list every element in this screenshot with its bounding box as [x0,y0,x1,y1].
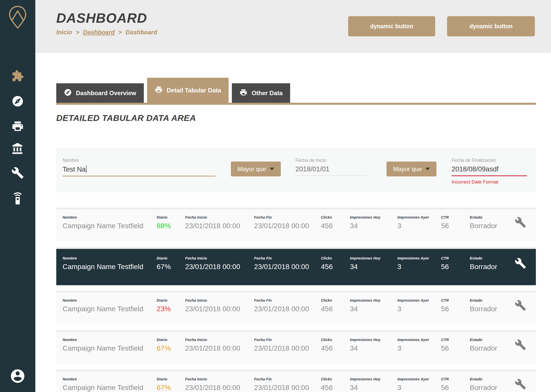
cell-diario: Diario88% [157,215,185,242]
column-label: Diario [157,298,185,302]
row-wrench-icon[interactable] [515,337,536,364]
column-label: Impresiones Ayer [397,256,441,260]
operator-dropdown-1[interactable]: Mayor que [231,162,281,176]
dynamic-button-1[interactable]: dynamic button [348,16,435,36]
cell-clicks: Clicks456 [321,377,350,392]
cell-fecha-inicio: Fecha Inicio23/01/2018 00:00 [185,337,254,364]
column-label: Impresiones Hoy [350,215,397,219]
column-label: Fecha Fin [254,256,321,260]
row-wrench-icon[interactable] [515,298,536,325]
cell-impresiones-hoy: Impresiones Hoy34 [350,215,397,242]
wrench-icon[interactable] [11,167,24,179]
column-label: Fecha Inicio [185,215,254,219]
cell-value: 23/01/2018 00:00 [185,384,254,392]
sidebar [0,0,35,392]
tab-dashboard-overview[interactable]: Dashboard Overview [56,83,144,103]
column-label: Diario [157,215,185,219]
cell-ctr: CTR56 [441,215,470,242]
compass-icon[interactable] [11,95,24,108]
fecha-inicio-input[interactable]: 2018/01/01 [295,165,367,176]
cell-nombre: NombreCampaign Name Testfield [63,377,157,392]
cell-fecha-inicio: Fecha Inicio23/01/2018 00:00 [185,215,254,242]
cell-estado: EstadoBorrador [470,337,515,364]
cell-estado: EstadoBorrador [470,256,515,285]
cell-nombre: NombreCampaign Name Testfield [63,256,157,285]
puzzle-icon[interactable] [11,70,24,82]
cell-diario: Diario67% [157,256,185,285]
cell-fecha-fin: Fecha Fin23/01/2018 00:00 [254,215,321,242]
column-label: Nombre [63,215,157,219]
cell-value: 3 [397,222,441,230]
page-title: DASHBOARD [56,10,157,26]
bank-icon[interactable] [11,142,24,155]
cell-ctr: CTR56 [441,377,470,392]
breadcrumb-item-inicio[interactable]: Inicio [56,29,72,36]
table-row: NombreCampaign Name TestfieldDiario67%Fe… [56,247,536,285]
cell-impresiones-hoy: Impresiones Hoy34 [350,298,397,325]
cell-impresiones-hoy: Impresiones Hoy34 [350,256,397,285]
cell-fecha-inicio: Fecha Inicio23/01/2018 00:00 [185,256,254,285]
cell-estado: EstadoBorrador [470,377,515,392]
cell-ctr: CTR56 [441,298,470,325]
tab-label: Dashboard Overview [76,90,136,97]
cell-estado: EstadoBorrador [470,215,515,242]
cell-value: 56 [441,305,470,313]
cell-clicks: Clicks456 [321,298,350,325]
cell-value: 23/01/2018 00:00 [254,344,321,352]
row-wrench-icon[interactable] [515,256,536,285]
breadcrumb-item-dashboard[interactable]: Dashboard [83,29,115,36]
cell-value: Borrador [470,263,515,271]
operator-dropdown-2[interactable]: Mayor que [387,162,436,176]
cell-fecha-fin: Fecha Fin23/01/2018 00:00 [254,337,321,364]
printer-icon [155,86,163,95]
table-row: NombreCampaign Name TestfieldDiario67%Fe… [56,330,536,364]
column-label: Clicks [321,337,350,342]
column-label: Clicks [321,215,350,219]
tab-other-data[interactable]: Other Data [232,83,290,103]
app-logo-pin-mountain-icon [8,5,27,30]
row-wrench-icon[interactable] [515,377,536,392]
cell-value: 3 [397,384,441,392]
column-label: Fecha Inicio [185,256,254,260]
cell-nombre: NombreCampaign Name Testfield [63,215,157,242]
cell-value: 3 [397,344,441,352]
cell-value: 456 [321,305,350,313]
cell-value: Campaign Name Testfield [63,384,157,392]
column-label: CTR [441,377,470,381]
campaign-table: NombreCampaign Name TestfieldDiario88%Fe… [56,208,536,392]
column-label: Fecha Fin [254,298,321,302]
cell-value: 34 [350,222,397,230]
compass-icon [64,88,72,98]
column-label: Fecha Inicio [185,298,254,302]
cell-value: Borrador [470,222,515,230]
cell-value: 67% [157,344,185,352]
column-label: Impresiones Ayer [397,337,441,342]
tab-label: Other Data [252,90,283,97]
cell-value: 34 [350,344,397,352]
dynamic-button-2[interactable]: dynamic button [447,16,535,36]
printer-icon[interactable] [11,120,24,133]
printer-icon [239,88,247,98]
tab-detail-tabular-data[interactable]: Detail Tabular Data [147,78,229,103]
column-label: Clicks [321,256,350,260]
column-label: Impresiones Hoy [350,256,397,260]
cell-value: Campaign Name Testfield [63,222,157,230]
cell-impresiones-ayer: Impresiones Ayer3 [397,215,441,242]
cell-impresiones-ayer: Impresiones Ayer3 [397,298,441,325]
cell-value: 456 [321,344,350,352]
cell-value: 456 [321,222,350,230]
cell-value: Campaign Name Testfield [63,305,157,313]
fecha-fin-input[interactable]: 2018/08/09asdf [452,165,527,176]
remote-icon[interactable] [11,192,24,205]
column-label: Impresiones Ayer [397,215,441,219]
user-icon[interactable] [10,368,26,384]
row-wrench-icon[interactable] [515,215,536,242]
column-label: CTR [441,337,470,342]
cell-impresiones-hoy: Impresiones Hoy34 [350,377,397,392]
cell-value: 34 [350,263,397,271]
nombre-input[interactable]: Test Na [63,165,215,176]
page-header: DASHBOARD Inicio > Dashboard > Dashboard… [35,0,551,53]
fecha-fin-label: Fecha de Finalizacion [452,158,527,163]
table-row: NombreCampaign Name TestfieldDiario67%Fe… [56,370,536,392]
table-row: NombreCampaign Name TestfieldDiario88%Fe… [56,208,536,242]
